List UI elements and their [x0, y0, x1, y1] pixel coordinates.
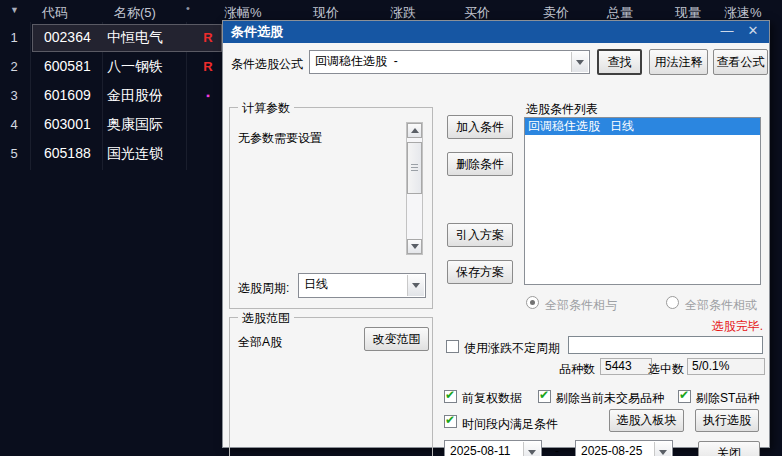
radio-all-and	[526, 296, 539, 309]
name-column-marker-icon: •	[186, 2, 190, 14]
stock-name: 奥康国际	[107, 110, 163, 139]
conditions-listbox[interactable]: 回调稳住选股 日线	[524, 117, 761, 285]
table-row[interactable]: 3 601609 金田股份 ▪	[0, 81, 222, 110]
row-number: 5	[0, 139, 28, 168]
period-combobox[interactable]: 日线	[298, 273, 426, 298]
exclude-st-label[interactable]: 剔除ST品种	[696, 390, 759, 407]
stock-name: 中恒电气	[107, 23, 163, 52]
table-header-row: ▼ 代码 名称(5) • 涨幅% 现价 涨跌 买价 卖价 总量 现量 涨速%	[0, 0, 782, 22]
stock-code: 601609	[44, 81, 91, 110]
radio-all-and-label: 全部条件相与	[545, 297, 617, 314]
date-from-value: 2025-08-11	[450, 441, 523, 456]
date-from-picker[interactable]: 2025-08-11	[444, 440, 542, 456]
status-text: 选股完毕.	[653, 318, 763, 335]
period-value: 日线	[304, 274, 407, 295]
date-to-picker[interactable]: 2025-08-25	[575, 440, 673, 456]
usage-note-button[interactable]: 用法注释	[649, 49, 708, 75]
margin-flag-icon: R	[196, 23, 220, 52]
scroll-down-icon[interactable]	[407, 239, 422, 254]
qfq-checkbox[interactable]: ✔	[444, 390, 457, 403]
total-count-value: 5443	[600, 358, 652, 375]
stock-name: 金田股份	[107, 81, 163, 110]
minimize-icon[interactable]: —	[717, 21, 737, 41]
radio-all-or-label: 全部条件相或	[685, 297, 757, 314]
stock-code: 603001	[44, 110, 91, 139]
marker-dot-icon: ▪	[196, 81, 220, 110]
stock-name: 八一钢铁	[107, 52, 163, 81]
dialog-body: 条件选股公式 回调稳住选股 - 查找 用法注释 查看公式 计算参数 无参数需要设…	[223, 43, 769, 447]
to-block-button[interactable]: 选股入板块	[609, 409, 684, 432]
table-row[interactable]: 1 002364 中恒电气 R	[0, 23, 222, 52]
import-plan-button[interactable]: 引入方案	[447, 223, 513, 247]
stock-code: 605188	[44, 139, 91, 168]
check-icon: ✔	[679, 388, 689, 402]
dialog-titlebar[interactable]: 条件选股 — ✕	[223, 21, 769, 43]
table-row[interactable]: 5 605188 国光连锁	[0, 139, 222, 168]
range-value: 全部A股	[238, 334, 282, 351]
condition-item[interactable]: 回调稳住选股 日线	[525, 118, 760, 135]
view-formula-button[interactable]: 查看公式	[713, 49, 768, 75]
margin-flag-icon: R	[196, 52, 220, 81]
find-button[interactable]: 查找	[597, 49, 642, 75]
selected-count-value: 5/0.1%	[687, 358, 765, 375]
chevron-down-icon[interactable]	[407, 275, 424, 296]
chevron-down-icon[interactable]	[571, 52, 588, 72]
check-icon: ✔	[445, 388, 455, 402]
sort-desc-icon: ▼	[10, 5, 19, 15]
stock-name: 国光连锁	[107, 139, 163, 168]
dialog-title: 条件选股	[231, 21, 283, 43]
time-range-checkbox[interactable]: ✔	[444, 415, 457, 428]
variable-period-input[interactable]	[568, 336, 763, 354]
check-icon: ✔	[445, 413, 455, 427]
exclude-untraded-label[interactable]: 剔除当前未交易品种	[556, 390, 664, 407]
variable-period-checkbox[interactable]	[446, 340, 459, 353]
chevron-down-icon[interactable]	[523, 442, 540, 456]
row-number: 4	[0, 110, 28, 139]
variable-period-label[interactable]: 使用涨跌不定周期	[464, 340, 560, 357]
close-button[interactable]: 关闭	[698, 441, 760, 456]
range-group-label: 选股范围	[238, 310, 294, 327]
no-params-text: 无参数需要设置	[238, 130, 322, 147]
date-to-value: 2025-08-25	[581, 441, 654, 456]
table-row[interactable]: 4 603001 奥康国际	[0, 110, 222, 139]
execute-button[interactable]: 执行选股	[695, 409, 759, 432]
save-plan-button[interactable]: 保存方案	[447, 260, 513, 284]
exclude-st-checkbox[interactable]: ✔	[678, 390, 691, 403]
calc-params-group-label: 计算参数	[238, 100, 294, 117]
range-group: 选股范围 全部A股 改变范围	[229, 317, 433, 456]
scrollbar-thumb[interactable]	[407, 142, 422, 194]
close-icon[interactable]: ✕	[743, 21, 763, 41]
period-label: 选股周期:	[238, 280, 289, 297]
chevron-down-icon[interactable]	[654, 442, 671, 456]
params-scrollbar[interactable]	[406, 122, 423, 255]
remove-condition-button[interactable]: 删除条件	[447, 152, 513, 176]
exclude-untraded-checkbox[interactable]: ✔	[538, 390, 551, 403]
date-range-separator: -	[555, 444, 559, 456]
conditions-list-label: 选股条件列表	[526, 101, 598, 118]
selected-count-label: 选中数	[648, 361, 684, 378]
radio-all-or	[666, 296, 679, 309]
check-icon: ✔	[539, 388, 549, 402]
formula-value: 回调稳住选股 -	[315, 51, 571, 72]
row-number: 2	[0, 52, 28, 81]
stock-code: 002364	[44, 23, 91, 52]
row-number: 1	[0, 23, 28, 52]
table-row[interactable]: 2 600581 八一钢铁 R	[0, 52, 222, 81]
formula-combobox[interactable]: 回调稳住选股 -	[309, 50, 590, 74]
time-range-label[interactable]: 时间段内满足条件	[462, 416, 558, 433]
formula-label: 条件选股公式	[231, 56, 303, 73]
row-number: 3	[0, 81, 28, 110]
total-count-label: 品种数	[559, 361, 595, 378]
scroll-up-icon[interactable]	[407, 123, 422, 138]
col-header-name[interactable]: 名称(5)	[114, 4, 156, 22]
stock-picker-dialog: 条件选股 — ✕ 条件选股公式 回调稳住选股 - 查找 用法注释 查看公式 计算…	[222, 20, 770, 448]
calc-params-group: 计算参数 无参数需要设置 选股周期: 日线	[229, 107, 433, 309]
col-header-code[interactable]: 代码	[42, 4, 68, 22]
stock-code: 600581	[44, 52, 91, 81]
change-range-button[interactable]: 改变范围	[364, 327, 429, 351]
add-condition-button[interactable]: 加入条件	[447, 115, 513, 139]
qfq-label[interactable]: 前复权数据	[462, 390, 522, 407]
